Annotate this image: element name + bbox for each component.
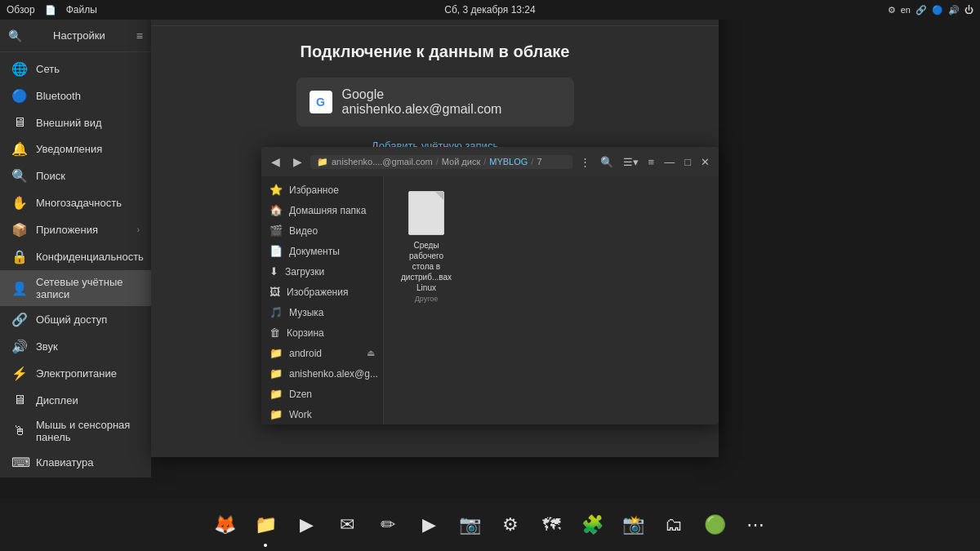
dock-item-files-app[interactable]: 📁 [247,506,284,544]
fsi-label: Work [289,409,312,420]
sidebar-item-sound[interactable]: 🔊 Звук [0,333,151,360]
fm-file-item[interactable]: Среды рабочего стола в дистриб...вах Lin… [394,186,459,308]
sidebar-item-power[interactable]: ⚡ Электропитание [0,360,151,387]
fm-sidebar-item-видео[interactable]: 🎬 Видео [261,220,383,241]
fm-breadcrumb-drive[interactable]: Мой диск [442,157,480,167]
sidebar-icon-multitasking: ✋ [11,195,28,211]
taskbar-right: ⚙ en 🔗 🔵 🔊 ⏻ [888,5,973,16]
sidebar-item-mouse[interactable]: 🖱 Мышь и сенсорная панель [0,413,151,449]
fsi-label: Домашняя папка [289,205,366,216]
fm-view-btn[interactable]: ☰▾ [619,154,643,170]
fm-breadcrumb-account[interactable]: anishenko....@gmail.com [332,157,433,167]
fm-max-btn[interactable]: □ [680,154,695,170]
settings-search-icon[interactable]: 🔍 [8,29,22,42]
dock-item-settings-app[interactable]: ⚙ [492,506,529,544]
taskbar-bottom: 🦊📁▶✉✏▶📷⚙🗺🧩📸🗂🟢⋯ [0,499,980,551]
fsi-label: Загрузки [285,266,324,278]
fsi-icon: ⬇ [270,265,278,278]
dock-item-media[interactable]: ▶ [410,506,448,544]
dock-item-photos[interactable]: 📸 [614,506,652,544]
fm-back-btn[interactable]: ◀ [266,153,285,170]
fm-sidebar-item-загрузки[interactable]: ⬇ Загрузки [261,261,383,282]
fm-file-name: Среды рабочего стола в дистриб...вах Lin… [399,240,454,293]
sidebar-item-bluetooth[interactable]: 🔵 Bluetooth [0,82,151,109]
fm-sidebar-item-dzen[interactable]: 📁 Dzen [261,384,383,404]
dock-item-puzzles[interactable]: 🧩 [573,506,611,544]
dock-item-terminal[interactable]: ▶ [287,506,325,544]
sidebar-label-search: Поиск [36,170,140,182]
fm-list-btn[interactable]: ≡ [644,154,659,170]
google-account-email: anishenko.alex@gmail.com [342,102,502,117]
files-taskbar-btn[interactable]: Файлы [66,4,97,16]
settings-tray-icon[interactable]: ⚙ [888,5,896,16]
fm-search-btn[interactable]: 🔍 [596,154,617,170]
fm-forward-btn[interactable]: ▶ [288,153,307,170]
sidebar-item-privacy[interactable]: 🔒 Конфиденциальность › [0,243,151,270]
dock-item-camera[interactable]: 📷 [451,506,488,544]
sidebar-label-keyboard: Клавиатура [36,456,140,469]
fm-sidebar-item-корзина[interactable]: 🗑 Корзина [261,322,383,343]
fm-options-btn[interactable]: ⋮ [576,154,595,170]
fsi-label: Документы [289,246,340,257]
fsi-icon: 📁 [270,388,283,400]
fsi-icon: 📁 [270,408,283,420]
sidebar-label-displays: Дисплеи [36,394,140,407]
fsi-label: Корзина [287,327,324,339]
sidebar-item-sharing[interactable]: 🔗 Общий доступ [0,306,151,333]
dock-item-tasks[interactable]: ✉ [328,506,366,544]
fm-sidebar-item-anishenko.alex@g...[interactable]: 📁 anishenko.alex@g... ⏏ [261,363,383,384]
network-tray-icon[interactable]: 🔗 [915,5,927,16]
sidebar-label-apps: Приложения [36,224,129,236]
fm-breadcrumb-folder[interactable]: MYBLOG [489,157,528,167]
fm-sidebar-item-документы[interactable]: 📄 Документы [261,241,383,261]
sidebar-label-bluetooth: Bluetooth [36,90,140,102]
fsi-label: Музыка [289,307,323,318]
fm-sidebar-item-work[interactable]: 📁 Work [261,404,383,424]
fm-sidebar-item-избранное[interactable]: ⭐ Избранное [261,180,383,200]
fm-sidebar-item-домашняя_папка[interactable]: 🏠 Домашняя папка [261,200,383,220]
fm-titlebar: ◀ ▶ 📁 anishenko....@gmail.com / Мой диск… [261,147,719,176]
fm-sidebar: ⭐ Избранное 🏠 Домашняя папка 🎬 Видео 📄 Д… [261,176,384,424]
fm-close-btn[interactable]: ✕ [697,154,714,170]
sidebar-item-appearance[interactable]: 🖥 Внешний вид [0,109,151,136]
sidebar-item-displays[interactable]: 🖥 Дисплеи [0,387,151,413]
fsi-icon: 🗑 [270,327,280,339]
sidebar-item-notifications[interactable]: 🔔 Уведомления [0,136,151,162]
fsi-icon: 🖼 [270,286,280,298]
google-icon: G [310,91,332,113]
fsi-eject-btn[interactable]: ⏏ [367,348,375,358]
sidebar-item-online_accounts[interactable]: 👤 Сетевые учётные записи [0,270,151,306]
sidebar-item-printers[interactable]: 🖨 Принтеры [0,476,151,478]
fm-sidebar-item-изображения[interactable]: 🖼 Изображения [261,282,383,302]
sidebar-item-apps[interactable]: 📦 Приложения › [0,216,151,243]
dock-item-firefox[interactable]: 🦊 [206,506,243,544]
dock-item-folders[interactable]: 🗂 [655,506,693,544]
fm-sidebar-item-android[interactable]: 📁 android ⏏ [261,343,383,363]
google-account-info: Google anishenko.alex@gmail.com [342,87,502,117]
bluetooth-tray-icon[interactable]: 🔵 [932,5,943,16]
sidebar-label-network: Сеть [36,63,140,75]
sidebar-item-keyboard[interactable]: ⌨ Клавиатура [0,449,151,476]
dock-item-grid[interactable]: ⋯ [737,506,774,544]
volume-tray-icon[interactable]: 🔊 [948,5,960,16]
sidebar-item-search[interactable]: 🔍 Поиск [0,162,151,189]
fm-sidebar-item-музыка[interactable]: 🎵 Музыка [261,302,383,322]
power-tray-icon[interactable]: ⏻ [964,5,973,15]
sidebar-label-sharing: Общий доступ [36,313,140,326]
fsi-icon: 🎵 [270,306,283,318]
overview-btn[interactable]: Обзор [7,4,35,16]
fsi-label: Dzen [289,389,312,400]
sidebar-item-multitasking[interactable]: ✋ Многозадачность [0,189,151,216]
sidebar-icon-appearance: 🖥 [11,115,28,130]
sidebar-item-network[interactable]: 🌐 Сеть [0,56,151,82]
fm-min-btn[interactable]: — [660,154,679,170]
settings-title: Настройки [29,29,130,42]
settings-menu-icon[interactable]: ≡ [136,29,143,42]
dock-item-note[interactable]: ✏ [369,506,407,544]
dock-item-green[interactable]: 🟢 [696,506,733,544]
fm-breadcrumb: 📁 anishenko....@gmail.com / Мой диск / M… [310,155,572,169]
dock-item-maps[interactable]: 🗺 [532,506,570,544]
fsi-label: Изображения [287,287,348,298]
google-account-row[interactable]: G Google anishenko.alex@gmail.com [296,78,574,127]
fsi-icon: 🏠 [270,204,283,216]
